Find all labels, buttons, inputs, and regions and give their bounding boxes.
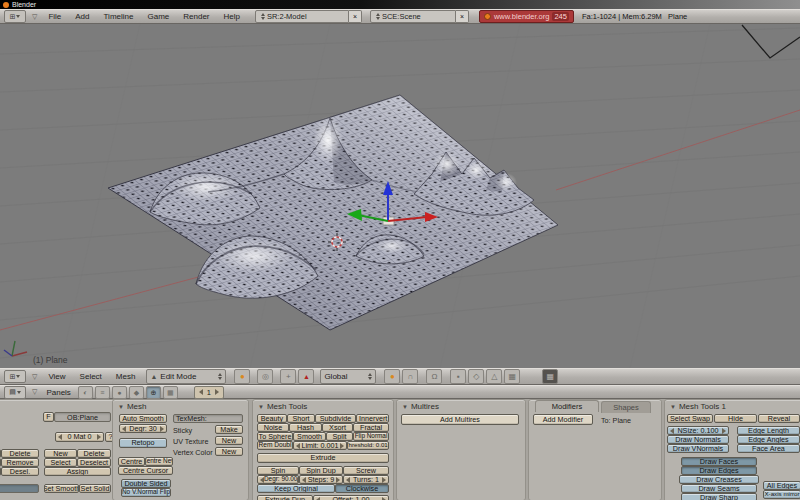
face-select-toggle[interactable]: △ xyxy=(486,369,502,384)
stepper-left-icon[interactable] xyxy=(316,497,320,500)
snap-toggle[interactable]: Ω xyxy=(426,369,442,384)
menu-mesh[interactable]: Mesh xyxy=(109,370,143,383)
spin-button[interactable]: Spin xyxy=(257,466,299,475)
noise-button[interactable]: Noise xyxy=(257,423,289,432)
double-sided-toggle[interactable]: Double Sided xyxy=(121,479,171,488)
menu-help[interactable]: Help xyxy=(217,10,247,23)
spin-dup-button[interactable]: Spin Dup xyxy=(299,466,343,475)
context-object-button[interactable]: ◆ xyxy=(129,386,144,399)
set-solid-button[interactable]: Set Solid xyxy=(79,484,111,493)
nsize-field[interactable]: NSize: 0.100 xyxy=(667,426,729,435)
pivot-dropdown[interactable]: ◎ xyxy=(257,369,273,384)
render-preview-button[interactable]: ▦ xyxy=(542,369,558,384)
3d-viewport[interactable]: (1) Plane xyxy=(0,24,800,368)
panel-page-stepper[interactable]: 1 xyxy=(194,386,224,399)
x-axis-mirror-toggle[interactable]: X-axis mirror xyxy=(763,490,800,499)
material-assign-button[interactable]: Assign xyxy=(44,467,111,476)
stepper-right-icon[interactable] xyxy=(336,477,340,483)
object-name-field[interactable]: OB:Plane xyxy=(54,412,111,422)
edge-length-toggle[interactable]: Edge Length xyxy=(737,426,800,435)
orientation-dropdown[interactable]: Global xyxy=(320,369,376,384)
falloff-dropdown[interactable]: ∩ xyxy=(402,369,418,384)
flip-normal-button[interactable]: Flip Normal xyxy=(353,432,389,441)
stepper-left-icon[interactable] xyxy=(122,426,126,432)
vertex-select-toggle[interactable]: ▪ xyxy=(450,369,466,384)
header-collapse-icon[interactable]: ▽ xyxy=(28,373,41,381)
extrude-dup-button[interactable]: Extrude Dup xyxy=(257,495,313,500)
panel-collapse-icon[interactable]: ▼ xyxy=(258,404,264,410)
uv-texture-new-button[interactable]: New xyxy=(215,436,243,445)
menu-game[interactable]: Game xyxy=(140,10,176,23)
sticky-make-button[interactable]: Make xyxy=(215,425,243,434)
vgroup-remove-button[interactable]: Remove xyxy=(1,458,39,467)
beauty-toggle[interactable]: Beauty xyxy=(257,414,287,423)
reveal-button[interactable]: Reveal xyxy=(758,414,800,423)
draw-vnormals-toggle[interactable]: Draw VNormals xyxy=(667,444,729,453)
draw-normals-toggle[interactable]: Draw Normals xyxy=(667,435,729,444)
screen-selector[interactable]: SR:2-Model xyxy=(255,10,349,23)
buttons-window-type-button[interactable]: ▤ xyxy=(4,386,26,399)
menu-view[interactable]: View xyxy=(41,370,72,383)
keep-original-toggle[interactable]: Keep Original xyxy=(257,484,335,493)
screw-button[interactable]: Screw xyxy=(343,466,389,475)
turns-field[interactable]: Turns: 1 xyxy=(343,475,389,484)
draw-sharp-toggle[interactable]: Draw Sharp xyxy=(681,493,757,500)
stepper-right-icon[interactable] xyxy=(382,477,386,483)
draw-seams-toggle[interactable]: Draw Seams xyxy=(681,484,757,493)
face-area-toggle[interactable]: Face Area xyxy=(737,444,800,453)
page-next-icon[interactable] xyxy=(215,389,219,395)
panel-header-mesh-tools-1[interactable]: ▼ Mesh Tools 1 xyxy=(670,402,726,411)
fractal-button[interactable]: Fractal xyxy=(353,423,389,432)
rem-doubles-button[interactable]: Rem Doubl xyxy=(257,441,293,450)
draw-faces-toggle[interactable]: Draw Faces xyxy=(681,457,757,466)
stepper-right-icon[interactable] xyxy=(340,443,344,449)
draw-edges-toggle[interactable]: Draw Edges xyxy=(681,466,757,475)
vgroup-name-field[interactable] xyxy=(0,484,39,493)
occlude-toggle[interactable]: ▦ xyxy=(504,369,520,384)
auto-smooth-toggle[interactable]: Auto Smooth xyxy=(119,414,167,423)
manipulator-translate-toggle[interactable]: ▲ xyxy=(298,369,314,384)
add-modifier-button[interactable]: Add Modifier xyxy=(533,414,593,425)
limit-field[interactable]: Limit: 0.001 xyxy=(293,441,347,450)
extrude-button[interactable]: Extrude xyxy=(257,453,389,463)
context-script-button[interactable]: ≡ xyxy=(95,386,110,399)
panel-collapse-icon[interactable]: ▼ xyxy=(670,404,676,410)
stepper-left-icon[interactable] xyxy=(58,434,62,440)
header-collapse-icon[interactable]: ▽ xyxy=(28,388,41,396)
stepper-left-icon[interactable] xyxy=(670,428,674,434)
tab-modifiers[interactable]: Modifiers xyxy=(535,400,599,412)
spin-degr-field[interactable]: Degr: 90.00 xyxy=(257,475,299,484)
add-multires-button[interactable]: Add Multires xyxy=(401,414,519,425)
scene-selector[interactable]: SCE:Scene xyxy=(370,10,456,23)
material-deselect-button[interactable]: Deselect xyxy=(77,458,111,467)
retopo-button[interactable]: Retopo xyxy=(119,438,167,448)
split-button[interactable]: Split xyxy=(326,432,353,441)
menu-render[interactable]: Render xyxy=(176,10,216,23)
menu-file[interactable]: File xyxy=(41,10,68,23)
centre-new-button[interactable]: Centre New xyxy=(145,457,173,466)
subdivide-button[interactable]: Subdivide xyxy=(315,414,356,423)
centre-button[interactable]: Centre xyxy=(118,457,145,466)
panel-header-multires[interactable]: ▼ Multires xyxy=(402,402,439,411)
all-edges-toggle[interactable]: All Edges xyxy=(763,481,800,490)
texmesh-field[interactable]: TexMesh: xyxy=(173,414,243,423)
mode-dropdown[interactable]: ▲ Edit Mode xyxy=(146,369,226,384)
menu-timeline[interactable]: Timeline xyxy=(97,10,141,23)
select-swap-button[interactable]: Select Swap xyxy=(667,414,713,423)
manipulator-toggle[interactable]: + xyxy=(280,369,296,384)
vgroup-delete-button[interactable]: Delete xyxy=(1,449,39,458)
menu-add[interactable]: Add xyxy=(68,10,96,23)
viewport-window-type-button[interactable]: ⊞ xyxy=(4,370,26,383)
context-scene-button[interactable]: ▦ xyxy=(163,386,178,399)
vgroup-desel-button[interactable]: Desel. xyxy=(1,467,39,476)
material-delete-button[interactable]: Delete xyxy=(77,449,111,458)
stepper-right-icon[interactable] xyxy=(382,497,386,500)
panel-header-mesh-tools[interactable]: ▼ Mesh Tools xyxy=(258,402,307,411)
threshold-field[interactable]: Threshold: 0.010 xyxy=(347,441,389,450)
smooth-button[interactable]: Smooth xyxy=(293,432,326,441)
to-sphere-button[interactable]: To Sphere xyxy=(257,432,293,441)
page-prev-icon[interactable] xyxy=(199,389,203,395)
vertex-color-new-button[interactable]: New xyxy=(215,447,243,456)
stepper-left-icon[interactable] xyxy=(346,477,350,483)
hash-button[interactable]: Hash xyxy=(289,423,322,432)
